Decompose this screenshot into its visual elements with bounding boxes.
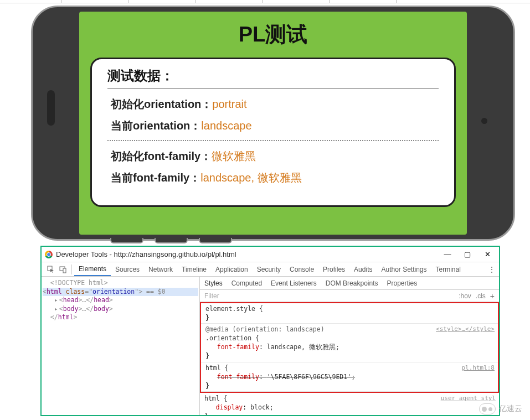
styles-filter-bar: Filter :hov .cls + xyxy=(200,290,499,302)
tab-profiles[interactable]: Profiles xyxy=(318,263,349,276)
row-value: portrait xyxy=(212,98,246,110)
styles-area[interactable]: element.style { } <style>…</style> @medi… xyxy=(200,302,499,415)
tab-security[interactable]: Security xyxy=(253,263,285,276)
page-title: PL测试 xyxy=(90,20,456,49)
side-tab-dom-breakpoints[interactable]: DOM Breakpoints xyxy=(321,278,383,289)
row-label: 初始化font-family： xyxy=(111,150,212,162)
rule-html-ua[interactable]: user agent styl html { display: block; } xyxy=(200,393,499,415)
rule-element-style[interactable]: element.style { } xyxy=(201,303,498,324)
dom-body[interactable]: ▸<body>…</body> xyxy=(43,305,198,314)
styles-panel: Styles Computed Event Listeners DOM Brea… xyxy=(200,277,499,415)
tab-elements[interactable]: Elements xyxy=(74,263,111,276)
side-tab-computed[interactable]: Computed xyxy=(227,278,266,289)
side-tabs: Styles Computed Event Listeners DOM Brea… xyxy=(200,277,499,290)
card-header: 测试数据： xyxy=(107,67,439,85)
devtools-window: Developer Tools - http://zhansingsong.gi… xyxy=(40,246,500,416)
add-rule-button[interactable]: + xyxy=(490,292,495,300)
row-value: landscape, 微软雅黑 xyxy=(200,172,301,184)
device-toggle-icon[interactable] xyxy=(57,264,69,275)
devtools-titlebar[interactable]: Developer Tools - http://zhansingsong.gi… xyxy=(42,247,499,262)
tab-network[interactable]: Network xyxy=(144,263,177,276)
phone-mockup: PL测试 测试数据： 初始化orientation：portrait 当前ori… xyxy=(31,6,515,241)
data-card: 测试数据： 初始化orientation：portrait 当前orientat… xyxy=(90,58,456,207)
svg-rect-2 xyxy=(63,268,66,273)
row-init-orientation: 初始化orientation：portrait xyxy=(107,97,439,112)
rule-media-orientation[interactable]: <style>…</style> @media (orientation: la… xyxy=(201,324,498,362)
divider-solid xyxy=(107,88,439,89)
top-separator xyxy=(0,0,530,3)
phone-screen: PL测试 测试数据： 初始化orientation：portrait 当前ori… xyxy=(79,12,467,235)
watermark: 亿速云 xyxy=(479,403,522,414)
minimize-button[interactable]: — xyxy=(439,249,456,260)
phone-bottom-buttons xyxy=(110,238,232,243)
dom-tree[interactable]: <!DOCTYPE html> <html class="orientation… xyxy=(42,277,200,415)
tab-author-settings[interactable]: Author Settings xyxy=(377,263,431,276)
side-tab-properties[interactable]: Properties xyxy=(382,278,421,289)
rule-source[interactable]: pl.html:8 xyxy=(461,364,495,372)
row-label: 初始化orientation： xyxy=(111,98,212,110)
dom-html-close[interactable]: </html> xyxy=(43,313,198,322)
styles-highlight-box: element.style { } <style>…</style> @medi… xyxy=(200,302,499,393)
row-value: 微软雅黑 xyxy=(212,150,256,162)
devtools-toolbar: Elements Sources Network Timeline Applic… xyxy=(42,262,499,277)
maximize-button[interactable]: ▢ xyxy=(459,249,476,260)
phone-speaker xyxy=(47,90,55,126)
tab-sources[interactable]: Sources xyxy=(111,263,144,276)
app-page: PL测试 测试数据： 初始化orientation：portrait 当前ori… xyxy=(79,12,467,235)
row-current-font: 当前font-family：landscape, 微软雅黑 xyxy=(107,170,439,185)
chrome-icon xyxy=(45,251,53,258)
side-tab-event-listeners[interactable]: Event Listeners xyxy=(266,278,321,289)
row-label: 当前font-family： xyxy=(111,172,200,184)
cloud-icon xyxy=(479,403,496,414)
tab-audits[interactable]: Audits xyxy=(349,263,377,276)
row-current-orientation: 当前orientation：landscape xyxy=(107,118,439,133)
kebab-menu-icon[interactable]: ⋮ xyxy=(488,265,496,274)
row-label: 当前orientation： xyxy=(111,120,201,132)
tab-terminal[interactable]: Terminal xyxy=(431,263,465,276)
inspect-icon[interactable] xyxy=(45,264,57,275)
phone-camera-dot xyxy=(481,118,487,124)
dom-head[interactable]: ▸<head>…</head> xyxy=(43,296,198,305)
devtools-body: <!DOCTYPE html> <html class="orientation… xyxy=(42,277,499,415)
cls-toggle[interactable]: .cls xyxy=(476,292,486,300)
row-init-font: 初始化font-family：微软雅黑 xyxy=(107,149,439,164)
rule-html-pl[interactable]: pl.html:8 html { font-family: '\5FAE\8F6… xyxy=(201,362,498,392)
devtools-title: Developer Tools - http://zhansingsong.gi… xyxy=(56,250,436,258)
watermark-text: 亿速云 xyxy=(499,404,522,414)
rule-source: user agent styl xyxy=(441,394,496,402)
filter-input[interactable]: Filter xyxy=(204,292,219,300)
close-button[interactable]: ✕ xyxy=(479,249,496,260)
side-tab-styles[interactable]: Styles xyxy=(200,278,227,289)
rule-source[interactable]: <style>…</style> xyxy=(436,325,495,333)
dom-doctype[interactable]: <!DOCTYPE html> xyxy=(43,279,198,288)
row-value: landscape xyxy=(201,120,251,132)
divider-dotted xyxy=(107,140,439,141)
tab-console[interactable]: Console xyxy=(285,263,318,276)
dom-html-open[interactable]: <html class="orientation"> == $0 xyxy=(43,288,198,297)
tab-timeline[interactable]: Timeline xyxy=(177,263,211,276)
tab-application[interactable]: Application xyxy=(211,263,253,276)
hov-toggle[interactable]: :hov xyxy=(459,292,471,300)
